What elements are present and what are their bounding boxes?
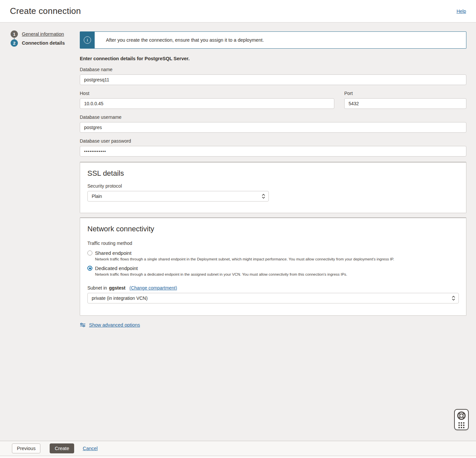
security-protocol-value: Plain bbox=[92, 194, 102, 199]
subnet-select-value: private (in integration VCN) bbox=[92, 296, 148, 301]
step-connection-details: 2 Connection details bbox=[11, 39, 80, 47]
security-protocol-label: Security protocol bbox=[87, 183, 459, 189]
subnet-compartment-name: ggstest bbox=[109, 285, 125, 291]
info-banner-text: After you create the connection, ensure … bbox=[95, 32, 264, 48]
step-1-link[interactable]: General information bbox=[22, 31, 64, 37]
subnet-label-line: Subnet in ggstest (Change compartment) bbox=[87, 285, 459, 291]
bottom-strip bbox=[0, 456, 476, 458]
dedicated-endpoint-radio[interactable] bbox=[87, 266, 92, 271]
form-intro-text: Enter connection details for PostgreSQL … bbox=[80, 56, 466, 61]
select-chevrons-icon bbox=[452, 296, 455, 300]
subnet-label-prefix: Subnet in bbox=[87, 285, 107, 291]
security-protocol-select[interactable]: Plain bbox=[87, 191, 269, 202]
advanced-options-row: Show advanced options bbox=[80, 322, 466, 328]
host-label: Host bbox=[80, 91, 334, 96]
ssl-details-title: SSL details bbox=[87, 169, 459, 178]
create-connection-page: Create connection Help 1 General informa… bbox=[0, 0, 476, 458]
info-banner: i After you create the connection, ensur… bbox=[80, 31, 466, 49]
database-username-input[interactable] bbox=[80, 122, 466, 133]
traffic-routing-method-label: Traffic routing method bbox=[87, 241, 459, 246]
database-name-label: Database name bbox=[80, 67, 466, 72]
step-2-circle: 2 bbox=[11, 39, 18, 47]
create-button[interactable]: Create bbox=[50, 443, 74, 453]
database-name-input[interactable] bbox=[80, 74, 466, 85]
step-2-label: Connection details bbox=[22, 40, 65, 46]
wizard-stepper: 1 General information 2 Connection detai… bbox=[0, 23, 80, 48]
database-user-password-label: Database user password bbox=[80, 138, 466, 144]
info-banner-icon-box: i bbox=[80, 32, 95, 48]
dedicated-endpoint-option[interactable]: Dedicated endpoint bbox=[87, 265, 459, 271]
shared-endpoint-option[interactable]: Shared endpoint bbox=[87, 250, 459, 256]
select-chevrons-icon bbox=[262, 194, 265, 199]
change-compartment-link[interactable]: (Change compartment) bbox=[129, 285, 177, 291]
info-icon: i bbox=[84, 36, 91, 44]
subnet-select[interactable]: private (in integration VCN) bbox=[87, 293, 459, 303]
page-title: Create connection bbox=[10, 6, 81, 16]
network-connectivity-panel: Network connectivity Traffic routing met… bbox=[80, 217, 466, 316]
shared-endpoint-description: Network traffic flows through a single s… bbox=[95, 257, 459, 261]
shared-endpoint-label: Shared endpoint bbox=[95, 250, 131, 256]
previous-button[interactable]: Previous bbox=[12, 443, 40, 453]
wizard-footer: Previous Create Cancel bbox=[0, 441, 476, 456]
dedicated-endpoint-description: Network traffic flows through a dedicate… bbox=[95, 272, 459, 276]
cancel-link[interactable]: Cancel bbox=[83, 446, 98, 451]
life-ring-icon bbox=[457, 411, 466, 420]
ssl-details-panel: SSL details Security protocol Plain bbox=[80, 162, 466, 213]
database-username-label: Database username bbox=[80, 114, 466, 120]
step-1-circle: 1 bbox=[11, 30, 18, 38]
port-label: Port bbox=[344, 91, 466, 96]
dedicated-endpoint-label: Dedicated endpoint bbox=[95, 265, 138, 271]
help-widget[interactable] bbox=[454, 409, 469, 430]
dots-grid-icon bbox=[458, 422, 464, 428]
step-1-label: General information bbox=[22, 31, 64, 37]
shared-endpoint-radio[interactable] bbox=[87, 251, 92, 255]
network-connectivity-title: Network connectivity bbox=[87, 225, 459, 233]
host-input[interactable] bbox=[80, 98, 334, 109]
sliders-icon bbox=[80, 322, 86, 328]
main-content: i After you create the connection, ensur… bbox=[80, 23, 466, 328]
port-input[interactable] bbox=[344, 98, 466, 109]
help-link[interactable]: Help bbox=[456, 9, 466, 14]
page-header: Create connection Help bbox=[0, 0, 476, 23]
show-advanced-options-link[interactable]: Show advanced options bbox=[89, 322, 140, 328]
step-general-information[interactable]: 1 General information bbox=[11, 30, 80, 38]
database-user-password-input[interactable] bbox=[80, 146, 466, 157]
